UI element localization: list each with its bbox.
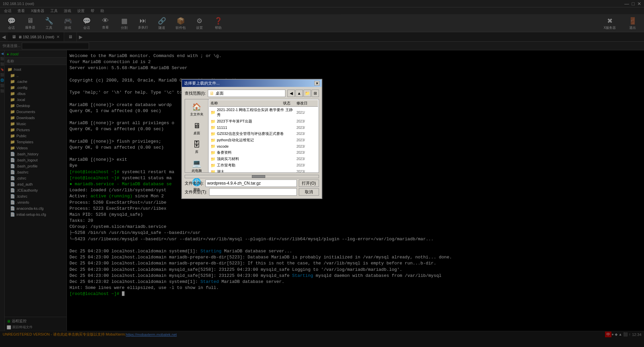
dialog-up-button[interactable]: ▲ bbox=[295, 90, 303, 97]
dialog-file-item-1[interactable]: 📁 2021-2022-1 网络工程综合实训 教学要件 王静秀 2021/ bbox=[209, 107, 318, 118]
dialog-filename-input[interactable] bbox=[205, 180, 297, 187]
file-name-7: 备赛资料 bbox=[217, 150, 295, 155]
dialog-sidebar-library[interactable]: 🗄 库 bbox=[192, 139, 202, 156]
file-dialog-overlay: 选择要上载的文件... ✕ 查找范围(I): 🖥 桌面 ◀ ▲ 📁 ⊞ bbox=[0, 0, 644, 347]
file-name-10: 湖大 bbox=[217, 169, 295, 172]
file-date-7: 2023/ bbox=[296, 151, 317, 154]
dialog-filetype-combo[interactable] bbox=[209, 188, 297, 196]
folder-icon-5: 📁 bbox=[211, 138, 216, 143]
file-name-1: 2021-2022-1 网络工程综合实训 教学要件 王静秀 bbox=[217, 107, 295, 117]
dialog-location-row: 查找范围(I): 🖥 桌面 ◀ ▲ 📁 ⊞ bbox=[185, 90, 319, 97]
dialog-open-label: 打开(O) bbox=[302, 181, 316, 186]
folder-icon-8: 📁 bbox=[211, 157, 216, 161]
dialog-file-item-2[interactable]: 📁 2023下半年算PT出题 2023/ bbox=[209, 118, 318, 125]
file-name-9: 工作室考勤 bbox=[217, 163, 295, 168]
dialog-sidebar-desktop[interactable]: 🖥 桌面 bbox=[192, 120, 202, 137]
file-name-2: 2023下半年算PT出题 bbox=[217, 119, 295, 124]
folder-icon-7: 📁 bbox=[211, 150, 216, 155]
file-date-5: 2023/ bbox=[296, 138, 317, 142]
file-date-10: 2023/ bbox=[296, 170, 317, 172]
dialog-location-value: 桌面 bbox=[216, 91, 224, 96]
file-name-4: GZ032信息安全管理与评估赛项正式赛卷 bbox=[217, 131, 295, 136]
dialog-file-item-8[interactable]: 📁 顶岗实习材料 2023/ bbox=[209, 156, 318, 162]
dialog-back-button[interactable]: ◀ bbox=[287, 90, 295, 97]
folder-icon-9: 📁 bbox=[211, 163, 216, 168]
file-date-3: 2023/ bbox=[296, 126, 317, 130]
folder-icon-4: 📁 bbox=[211, 132, 216, 136]
dialog-location-icon: 🖥 bbox=[210, 91, 214, 96]
dialog-sidebar: 🏠 主文件夹 🖥 桌面 🗄 库 💻 此电脑 bbox=[185, 99, 209, 172]
computer-icon: 💻 bbox=[192, 159, 201, 168]
dialog-sidebar-home-label: 主文件夹 bbox=[190, 112, 203, 117]
dialog-new-folder-button[interactable]: 📁 bbox=[304, 90, 311, 97]
dialog-titlebar-title: 选择要上载的文件... bbox=[184, 81, 220, 86]
dialog-view-toggle-button[interactable]: ⊞ bbox=[312, 90, 319, 97]
dialog-sidebar-library-label: 库 bbox=[195, 150, 198, 154]
file-date-4: 2023/ bbox=[296, 132, 317, 136]
dialog-cancel-label: 取消 bbox=[305, 189, 313, 195]
col-date-header: 修改日 bbox=[296, 101, 317, 106]
dialog-sidebar-desktop-label: 桌面 bbox=[193, 131, 200, 136]
folder-icon-3: 📁 bbox=[211, 125, 216, 130]
file-name-3: 11111 bbox=[217, 126, 295, 130]
col-name-header: 名称 bbox=[211, 101, 283, 106]
dialog-file-item-4[interactable]: 📁 GZ032信息安全管理与评估赛项正式赛卷 2023/ bbox=[209, 131, 318, 137]
dialog-file-item-10[interactable]: 📁 湖大 2023/ bbox=[209, 168, 318, 172]
dialog-body: 查找范围(I): 🖥 桌面 ◀ ▲ 📁 ⊞ 🏠 主文 bbox=[182, 87, 322, 198]
folder-icon-1: 📁 bbox=[211, 110, 216, 115]
file-date-1: 2021/ bbox=[296, 111, 317, 114]
dialog-close-button[interactable]: ✕ bbox=[314, 81, 320, 86]
file-dialog: 选择要上载的文件... ✕ 查找范围(I): 🖥 桌面 ◀ ▲ 📁 ⊞ bbox=[181, 79, 322, 199]
folder-icon-10: 📁 bbox=[211, 169, 216, 173]
dialog-file-item-5[interactable]: 📁 python自动化运维笔记 2023/ bbox=[209, 137, 318, 143]
dialog-scrollbar-thumb[interactable] bbox=[252, 175, 265, 178]
file-name-5: python自动化运维笔记 bbox=[217, 138, 295, 143]
dialog-content-area: 🏠 主文件夹 🖥 桌面 🗄 库 💻 此电脑 bbox=[185, 99, 319, 173]
dialog-open-button[interactable]: 打开(O) bbox=[299, 180, 319, 187]
dialog-titlebar: 选择要上载的文件... ✕ bbox=[182, 80, 322, 87]
dialog-sidebar-home[interactable]: 🏠 主文件夹 bbox=[189, 101, 205, 118]
dialog-location-combo[interactable]: 🖥 桌面 bbox=[208, 90, 285, 97]
file-name-6: vscode bbox=[217, 144, 295, 148]
dialog-scrollbar[interactable] bbox=[185, 175, 319, 178]
dialog-file-item-7[interactable]: 📁 备赛资料 2023/ bbox=[209, 149, 318, 156]
file-date-8: 2023/ bbox=[296, 157, 317, 161]
file-date-2: 2023/ bbox=[296, 119, 317, 123]
file-date-9: 2023/ bbox=[296, 163, 317, 167]
folder-icon-2: 📁 bbox=[211, 119, 216, 124]
dialog-cancel-button[interactable]: 取消 bbox=[299, 188, 319, 196]
library-icon: 🗄 bbox=[193, 140, 200, 149]
dialog-file-list: 名称 状态 修改日 📁 2021-2022-1 网络工程综合实训 教学要件 王静… bbox=[209, 99, 319, 172]
desktop-sidebar-icon: 🖥 bbox=[193, 121, 200, 130]
dialog-filename-row: 文件名(N): 打开(O) bbox=[185, 180, 319, 187]
dialog-nav-buttons: ◀ ▲ 📁 ⊞ bbox=[287, 90, 319, 97]
dialog-file-item-9[interactable]: 📁 工作室考勤 2023/ bbox=[209, 162, 318, 168]
col-status-header: 状态 bbox=[283, 101, 296, 106]
dialog-file-item-6[interactable]: 📁 vscode 2023/ bbox=[209, 143, 318, 149]
dialog-location-label: 查找范围(I): bbox=[185, 91, 206, 96]
folder-icon-6: 📁 bbox=[211, 144, 216, 149]
dialog-file-item-3[interactable]: 📁 11111 2023/ bbox=[209, 125, 318, 131]
file-name-8: 顶岗实习材料 bbox=[217, 156, 295, 161]
dialog-sidebar-computer[interactable]: 💻 此电脑 bbox=[190, 158, 203, 175]
home-icon: 🏠 bbox=[192, 103, 201, 111]
dialog-filetype-row: 文件类型(T): 取消 bbox=[185, 188, 319, 196]
dialog-filetype-label: 文件类型(T): bbox=[185, 189, 207, 195]
dialog-list-header: 名称 状态 修改日 bbox=[209, 100, 318, 107]
dialog-filename-label: 文件名(N): bbox=[185, 181, 203, 186]
dialog-sidebar-computer-label: 此电脑 bbox=[192, 168, 202, 173]
file-date-6: 2023/ bbox=[296, 145, 317, 148]
